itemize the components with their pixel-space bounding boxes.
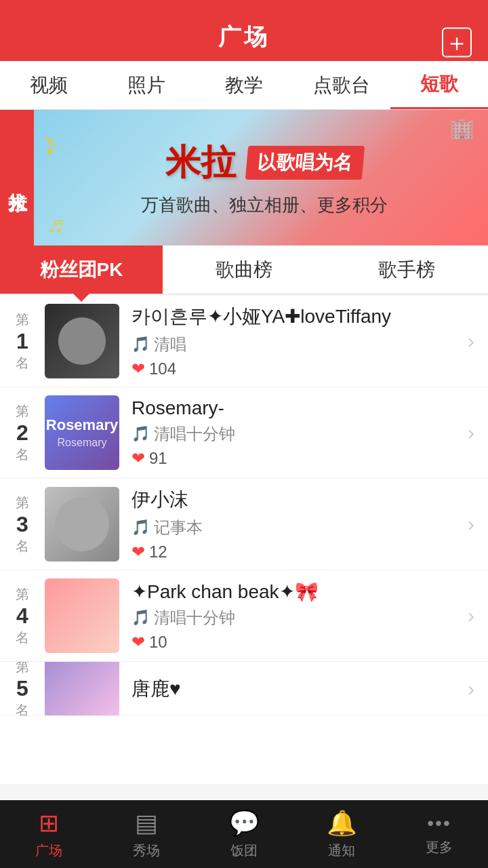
- list-item-info-4: ✦Park chan beak✦🎀 🎵 清唱十分钟 ❤ 10: [131, 580, 454, 652]
- likes-2: ❤ 91: [131, 449, 454, 468]
- banner-tagline: 以歌唱为名: [245, 146, 365, 180]
- list-item[interactable]: 第 1 名 카이흔루✦小娅YA✚loveTiffany 🎵 清唱 ❤ 104 ›: [0, 296, 488, 387]
- user-name-3: 伊小沫: [131, 487, 454, 513]
- song-info-2: 🎵 清唱十分钟: [131, 423, 454, 445]
- building-decor: 🏢: [449, 117, 474, 140]
- heart-icon-4: ❤: [131, 633, 145, 652]
- user-name-4: ✦Park chan beak✦🎀: [131, 580, 454, 603]
- tab-teaching[interactable]: 教学: [195, 61, 293, 109]
- banner-sub-text: 万首歌曲、独立相册、更多积分: [141, 193, 388, 217]
- thumbnail-3: [45, 487, 119, 561]
- thumbnail-4: [45, 578, 119, 653]
- rank-number-3: 第 3 名: [0, 494, 45, 555]
- more-icon: •••: [427, 812, 451, 834]
- chevron-right-icon-5: ›: [454, 677, 488, 701]
- likes-3: ❤ 12: [131, 542, 454, 561]
- sub-tab-fans-pk[interactable]: 粉丝团PK: [0, 245, 163, 294]
- nav-label-fantuan: 饭团: [230, 842, 258, 860]
- music-icon-4: 🎵: [131, 609, 150, 627]
- song-info-4: 🎵 清唱十分钟: [131, 607, 454, 629]
- chevron-right-icon-3: ›: [454, 513, 488, 536]
- user-name-2: Rosemary-: [131, 397, 454, 419]
- header: 广场 ＋: [0, 0, 488, 61]
- list-item[interactable]: 第 3 名 伊小沫 🎵 记事本 ❤ 12 ›: [0, 479, 488, 570]
- heart-icon-1: ❤: [131, 359, 145, 378]
- tab-short-song[interactable]: 短歌: [390, 61, 488, 109]
- banner-logo: 米拉: [0, 110, 34, 245]
- likes-1: ❤ 104: [131, 359, 454, 378]
- list-item-info-2: Rosemary- 🎵 清唱十分钟 ❤ 91: [131, 397, 454, 468]
- nav-item-tongzhi[interactable]: 🔔 通知: [293, 809, 390, 860]
- nav-label-xiuchang: 秀场: [133, 842, 160, 860]
- top-tabs: 视频 照片 教学 点歌台 短歌: [0, 61, 488, 110]
- thumbnail-5: [45, 662, 119, 716]
- bottom-navigation: ⊞ 广场 ▤ 秀场 💬 饭团 🔔 通知 ••• 更多: [0, 800, 488, 868]
- banner-main-title: 米拉: [165, 139, 236, 186]
- banner-content: 米拉 以歌唱为名 万首歌曲、独立相册、更多积分: [141, 139, 388, 217]
- list-item[interactable]: 第 4 名 ✦Park chan beak✦🎀 🎵 清唱十分钟 ❤ 10 ›: [0, 570, 488, 662]
- list-item-info-5: 唐鹿♥: [131, 676, 454, 702]
- thumbnail-1: [45, 304, 119, 378]
- rank-number-2: 第 2 名: [0, 402, 45, 464]
- music-icon-3: 🎵: [131, 519, 150, 536]
- ranking-list: 第 1 名 카이흔루✦小娅YA✚loveTiffany 🎵 清唱 ❤ 104 ›…: [0, 296, 488, 784]
- sub-tab-singer-chart[interactable]: 歌手榜: [325, 245, 488, 294]
- rank-number-5: 第 5 名: [0, 662, 45, 716]
- nav-label-guangchang: 广场: [35, 842, 62, 860]
- nav-item-guangchang[interactable]: ⊞ 广场: [0, 809, 98, 860]
- music-icon-2: 🎵: [131, 425, 150, 443]
- xiuchang-icon: ▤: [135, 809, 158, 837]
- tongzhi-icon: 🔔: [327, 809, 357, 837]
- likes-4: ❤ 10: [131, 633, 454, 652]
- banner[interactable]: 米拉 米拉 以歌唱为名 万首歌曲、独立相册、更多积分 ♪ ♬ 🏢: [0, 110, 488, 245]
- list-item-info-1: 카이흔루✦小娅YA✚loveTiffany 🎵 清唱 ❤ 104: [131, 304, 454, 378]
- nav-label-more: 更多: [426, 838, 453, 856]
- music-note-decor: ♪: [35, 121, 64, 164]
- heart-icon-2: ❤: [131, 449, 145, 468]
- sub-tabs: 粉丝团PK 歌曲榜 歌手榜: [0, 245, 488, 294]
- nav-label-tongzhi: 通知: [328, 842, 355, 860]
- heart-icon-3: ❤: [131, 542, 145, 561]
- nav-item-xiuchang[interactable]: ▤ 秀场: [98, 809, 195, 860]
- song-info-3: 🎵 记事本: [131, 517, 454, 538]
- rank-number-1: 第 1 名: [0, 311, 45, 372]
- user-name-5: 唐鹿♥: [131, 676, 454, 702]
- rank-number-4: 第 4 名: [0, 585, 45, 647]
- sub-tab-song-chart[interactable]: 歌曲榜: [163, 245, 325, 294]
- song-info-1: 🎵 清唱: [131, 334, 454, 355]
- list-item[interactable]: 第 5 名 唐鹿♥ ›: [0, 662, 488, 716]
- add-button[interactable]: ＋: [442, 28, 472, 58]
- music-icon-1: 🎵: [131, 336, 150, 353]
- page-title: 广场: [218, 22, 270, 53]
- music-note-decor2: ♬: [45, 209, 68, 240]
- chevron-right-icon-4: ›: [454, 604, 488, 627]
- guangchang-icon: ⊞: [39, 809, 59, 837]
- user-name-1: 카이흔루✦小娅YA✚loveTiffany: [131, 304, 454, 330]
- fantuan-icon: 💬: [229, 809, 260, 837]
- tab-video[interactable]: 视频: [0, 61, 98, 109]
- tab-photo[interactable]: 照片: [98, 61, 195, 109]
- list-item[interactable]: 第 2 名 Rosemary Rosemary Rosemary- 🎵 清唱十分…: [0, 387, 488, 479]
- nav-item-more[interactable]: ••• 更多: [390, 812, 488, 856]
- chevron-right-icon-1: ›: [454, 330, 488, 353]
- tab-song-request[interactable]: 点歌台: [293, 61, 390, 109]
- list-item-info-3: 伊小沫 🎵 记事本 ❤ 12: [131, 487, 454, 561]
- nav-item-fantuan[interactable]: 💬 饭团: [195, 809, 293, 860]
- chevron-right-icon-2: ›: [454, 421, 488, 444]
- thumbnail-2: Rosemary Rosemary: [45, 395, 119, 470]
